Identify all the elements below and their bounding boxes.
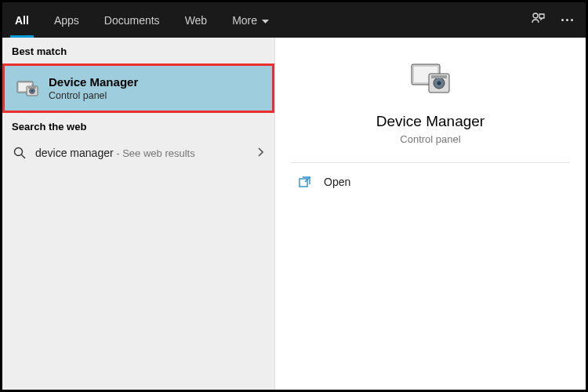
best-match-title: Device Manager [49, 75, 138, 89]
tab-more-label: More [232, 14, 257, 27]
tab-more[interactable]: More [220, 2, 281, 38]
best-match-result[interactable]: Device Manager Control panel [2, 64, 274, 113]
results-panel: Best match Device Manager Control panel … [2, 38, 275, 390]
svg-point-7 [15, 148, 23, 156]
search-icon [13, 147, 26, 159]
svg-line-8 [22, 155, 26, 159]
tab-all[interactable]: All [2, 2, 42, 38]
web-search-result[interactable]: device manager - See web results [2, 139, 274, 167]
open-action[interactable]: Open [275, 163, 586, 201]
device-manager-large-icon [408, 60, 452, 99]
svg-point-0 [533, 13, 538, 18]
best-match-text: Device Manager Control panel [49, 75, 138, 101]
header-right [530, 11, 573, 30]
web-search-text: device manager - See web results [35, 147, 257, 159]
best-match-heading: Best match [2, 38, 274, 64]
open-icon [299, 176, 311, 188]
preview-title: Device Manager [376, 113, 485, 130]
svg-point-13 [437, 81, 441, 85]
best-match-subtitle: Control panel [49, 90, 138, 101]
preview-subtitle: Control panel [400, 133, 460, 145]
svg-rect-14 [431, 75, 447, 78]
svg-rect-6 [28, 87, 36, 89]
tab-documents[interactable]: Documents [92, 2, 172, 38]
chevron-down-icon [262, 14, 269, 27]
svg-point-5 [31, 89, 34, 92]
content-area: Best match Device Manager Control panel … [2, 38, 586, 390]
chevron-right-icon [257, 147, 263, 159]
preview-header: Device Manager Control panel [291, 38, 570, 163]
web-hint: - See web results [114, 147, 195, 159]
feedback-icon[interactable] [530, 11, 546, 30]
more-options-icon[interactable] [561, 19, 573, 21]
open-label: Open [324, 176, 350, 188]
svg-rect-15 [299, 179, 307, 187]
web-query: device manager [35, 147, 114, 159]
preview-panel: Device Manager Control panel Open [275, 38, 586, 390]
tab-web[interactable]: Web [172, 2, 220, 38]
header-bar: All Apps Documents Web More [2, 2, 586, 38]
filter-tabs: All Apps Documents Web More [2, 2, 281, 38]
tab-apps[interactable]: Apps [42, 2, 92, 38]
search-web-heading: Search the web [2, 113, 274, 139]
device-manager-icon [16, 78, 39, 99]
